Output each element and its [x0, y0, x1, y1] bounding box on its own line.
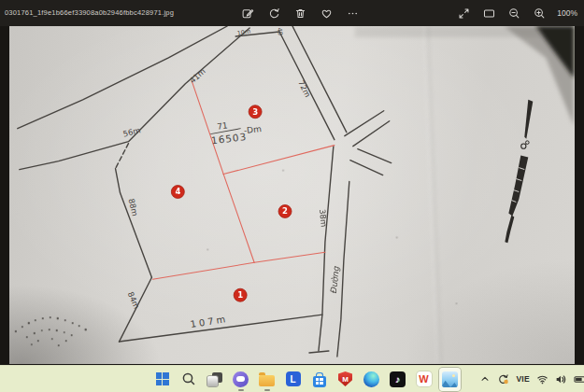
measurement-label: 84m — [126, 290, 142, 310]
fullscreen-button[interactable] — [455, 5, 472, 21]
wps-office-button[interactable]: W — [413, 368, 434, 391]
stipple-marks — [15, 170, 458, 346]
measurement-label: 72m — [296, 78, 312, 98]
measurement-labels: 56m 41m 10m 40 72m 88m 84m 107m 38m Đườn… — [122, 27, 342, 329]
fullscreen-icon — [458, 7, 470, 20]
shield-icon: M — [338, 371, 352, 386]
plot-marker-4: 4 — [171, 186, 184, 199]
wps-icon: W — [417, 371, 432, 386]
taskbar: L M ♪ W VIE — [0, 365, 584, 392]
parcel-suffix: -Dm — [243, 124, 262, 135]
svg-text:1: 1 — [237, 290, 243, 300]
photo-toolbar — [239, 5, 361, 21]
wifi-icon[interactable] — [536, 373, 548, 385]
tiktok-icon: ♪ — [390, 371, 406, 387]
chat-icon — [233, 371, 249, 387]
survey-map-drawing: 56m 41m 10m 40 72m 88m 84m 107m 38m Đườn… — [9, 26, 575, 364]
parcel-number: 71 16503 -Dm — [209, 117, 263, 146]
volume-icon[interactable] — [555, 373, 567, 385]
view-controls: 100% — [455, 5, 577, 21]
paper-crease — [425, 26, 438, 363]
rotate-button[interactable] — [265, 5, 282, 21]
language-indicator[interactable]: VIE — [516, 374, 530, 384]
start-button[interactable] — [151, 368, 173, 391]
fit-to-window-button[interactable] — [480, 5, 497, 21]
chat-app-button[interactable] — [230, 368, 251, 391]
store-icon — [313, 376, 326, 387]
svg-text:2: 2 — [282, 206, 288, 216]
measurement-label: 107m — [190, 314, 229, 329]
l-app-icon: L — [286, 371, 301, 386]
photos-app-button[interactable] — [439, 368, 461, 391]
folder-icon — [259, 375, 275, 386]
security-app-button[interactable]: M — [335, 368, 356, 391]
heart-icon — [320, 7, 333, 20]
road-name-label: Đường — [329, 265, 341, 295]
store-button[interactable] — [308, 368, 330, 391]
plot-marker-1: 1 — [234, 288, 247, 301]
file-name-label: 0301761_1f9e1b66ef33908a0b2946fbbc428971… — [5, 8, 174, 17]
photos-icon — [442, 371, 458, 387]
task-view-button[interactable] — [204, 368, 225, 391]
svg-text:3: 3 — [252, 107, 258, 117]
zoom-out-button[interactable] — [506, 5, 522, 21]
zoom-level-label: 100% — [557, 8, 577, 18]
svg-text:4: 4 — [175, 188, 180, 197]
measurement-label: 40 — [276, 27, 284, 35]
zoom-in-icon — [534, 7, 546, 20]
ellipsis-icon — [347, 7, 359, 20]
battery-icon[interactable] — [574, 373, 584, 385]
fit-to-window-icon — [483, 7, 495, 20]
plot-marker-3: 3 — [249, 105, 262, 119]
edit-icon — [242, 7, 254, 20]
title-bar: 0301761_1f9e1b66ef33908a0b2946fbbc428971… — [0, 0, 584, 26]
trash-icon — [294, 7, 306, 20]
measurement-label: 38m — [318, 209, 329, 228]
photo-canvas[interactable]: 56m 41m 10m 40 72m 88m 84m 107m 38m Đườn… — [9, 26, 575, 364]
edge-icon — [363, 371, 379, 387]
file-explorer-button[interactable] — [256, 368, 278, 391]
task-view-icon — [207, 372, 222, 386]
favorite-button[interactable] — [318, 5, 335, 21]
zoom-in-button[interactable] — [531, 5, 548, 21]
taskbar-apps: L M ♪ W — [151, 367, 461, 391]
search-icon — [181, 371, 196, 386]
measurement-label: 10m — [236, 28, 251, 37]
more-options-button[interactable] — [344, 5, 361, 21]
l-app-button[interactable]: L — [282, 368, 304, 391]
stream-symbol — [505, 100, 533, 244]
screen: { "window": { "title": "0301761_1f9e1b66… — [0, 0, 584, 392]
zoom-out-icon — [508, 7, 520, 20]
parcel-numerator: 71 — [217, 120, 229, 131]
measurement-label: 56m — [122, 125, 142, 138]
system-tray: VIE — [479, 367, 583, 391]
measurement-label: 41m — [188, 66, 207, 85]
edge-browser-button[interactable] — [361, 368, 382, 391]
rotate-icon — [268, 7, 280, 20]
delete-button[interactable] — [292, 5, 308, 21]
edit-image-button[interactable] — [239, 5, 256, 21]
tiktok-button[interactable]: ♪ — [387, 368, 408, 391]
chevron-up-icon[interactable] — [479, 373, 491, 385]
windows-start-icon — [156, 372, 169, 385]
search-button[interactable] — [178, 368, 199, 391]
sync-status-icon[interactable] — [497, 373, 509, 385]
plot-marker-2: 2 — [278, 204, 292, 217]
subdivision-lines — [152, 81, 334, 279]
